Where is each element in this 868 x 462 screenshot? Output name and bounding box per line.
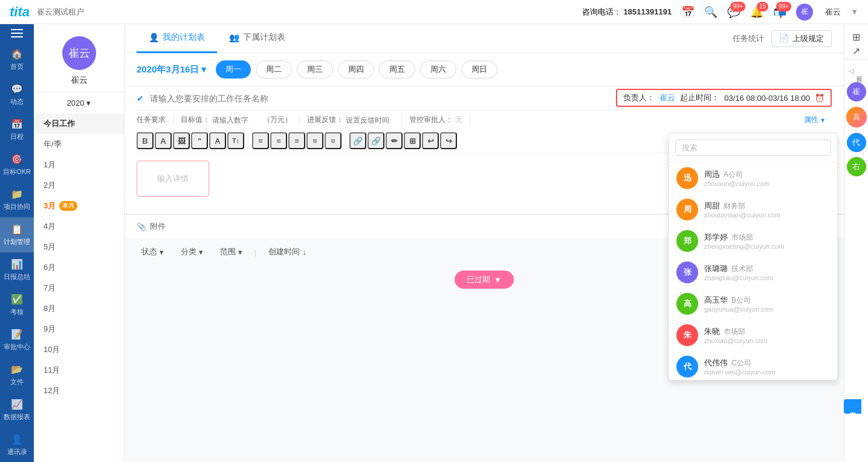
week-day-thu[interactable]: 周四 xyxy=(338,60,374,79)
people-item-4[interactable]: 高 高玉华 B公司 gaoyuhua@cuiyun.com xyxy=(669,288,837,319)
toolbar-table[interactable]: ⊞ xyxy=(404,132,421,149)
people-item-1[interactable]: 周 周甜 财务部 zhoutiantian@cuiyun.com xyxy=(669,194,837,225)
sidebar-label-schedule: 日程 xyxy=(10,132,24,141)
home-icon: 🏠 xyxy=(11,48,23,60)
toolbar-font[interactable]: A xyxy=(209,132,226,149)
message-icon[interactable]: 💬 99+ xyxy=(727,5,740,19)
month-item-8[interactable]: 8月 xyxy=(34,298,124,319)
sidebar-item-project[interactable]: 📁 项目协同 xyxy=(0,182,34,217)
editor-placeholder[interactable]: 输入详情 xyxy=(137,161,209,197)
month-item-10[interactable]: 10月 xyxy=(34,339,124,360)
filter-range[interactable]: 范围 ▾ xyxy=(215,244,247,260)
online-service[interactable]: 在线客服 xyxy=(844,399,868,414)
month-item-11[interactable]: 11月 xyxy=(34,360,124,380)
toolbar-align-right[interactable]: ≡ xyxy=(325,132,342,149)
grid-view-icon[interactable]: ⊞ xyxy=(852,31,860,43)
week-day-sat[interactable]: 周六 xyxy=(420,60,456,79)
filter-create-time[interactable]: 创建时间 ↓ xyxy=(264,244,311,260)
toolbar-link[interactable]: 🔗 xyxy=(349,132,366,149)
share-icon[interactable]: ↗ xyxy=(852,45,860,57)
toolbar-align-left[interactable]: ≡ xyxy=(288,132,305,149)
month-item-6[interactable]: 6月 xyxy=(34,257,124,278)
tab-my-plan[interactable]: 👤 我的计划表 xyxy=(137,24,217,53)
user-avatar-top[interactable]: 崔 xyxy=(796,4,813,21)
user-dropdown-icon[interactable]: ▼ xyxy=(850,7,858,16)
toolbar-color[interactable]: A xyxy=(155,132,172,149)
calendar-icon[interactable]: 📅 xyxy=(681,5,695,19)
toolbar-unlink[interactable]: 🔗 xyxy=(368,132,384,149)
people-item-0[interactable]: 迅 周迅 A公司 zhouxun@cuiyun.com xyxy=(669,162,837,194)
user-avatar-large[interactable]: 崔云 xyxy=(62,36,96,70)
people-item-6[interactable]: 代 代伟伟 C公司 daiwei wei@cuiyun.com xyxy=(669,351,837,380)
sidebar-item-schedule[interactable]: 📅 日程 xyxy=(0,112,34,147)
task-attribute[interactable]: 属性 ▾ xyxy=(797,115,832,125)
toolbar-image[interactable]: 🖼 xyxy=(173,132,190,149)
sidebar-item-review[interactable]: ✅ 考核 xyxy=(0,287,34,322)
right-avatar-0[interactable]: 崔 xyxy=(847,82,866,101)
top-bar-right: 咨询电话： 18511391191 📅 🔍 💬 99+ 🔔 15 📬 99+ xyxy=(582,4,858,21)
month-item-4[interactable]: 4月 xyxy=(34,216,124,237)
toolbar-redo[interactable]: ↪ xyxy=(440,132,457,149)
toolbar-list-ul[interactable]: ≡ xyxy=(252,132,269,149)
sidebar-item-data[interactable]: 📈 数据报表 xyxy=(0,393,34,428)
year-selector[interactable]: 2020 ▾ xyxy=(34,92,124,114)
month-item-7[interactable]: 7月 xyxy=(34,278,124,298)
date-display[interactable]: 2020年3月16日 ▾ xyxy=(137,64,206,75)
month-item-1[interactable]: 1月 xyxy=(34,155,124,175)
sidebar-item-okr[interactable]: 🎯 目标OKR xyxy=(0,147,34,182)
notification-icon[interactable]: 🔔 15 xyxy=(750,5,763,19)
sidebar-item-approval[interactable]: 📝 审批中心 xyxy=(0,322,34,358)
right-avatar-img-1[interactable]: 高 xyxy=(846,106,867,128)
toolbar-list-ol[interactable]: ≡ xyxy=(270,132,287,149)
expand-button[interactable]: ◁ 展开 xyxy=(846,65,866,77)
month-item-5[interactable]: 5月 xyxy=(34,237,124,257)
month-item-12[interactable]: 12月 xyxy=(34,380,124,401)
week-day-mon[interactable]: 周一 xyxy=(216,60,251,79)
toolbar-quote[interactable]: " xyxy=(191,132,208,149)
tab-sub-plan[interactable]: 👥 下属计划表 xyxy=(217,24,297,53)
week-day-sun[interactable]: 周日 xyxy=(461,60,497,79)
sidebar-menu-toggle[interactable] xyxy=(6,29,28,37)
overdue-button[interactable]: 已过期 ▼ xyxy=(455,271,514,289)
month-item-year-quarter[interactable]: 年/季 xyxy=(34,134,124,155)
task-icon[interactable]: 📬 99+ xyxy=(773,5,786,19)
month-item-3[interactable]: 3月 本月 xyxy=(34,196,124,216)
sidebar-item-dynamic[interactable]: 💬 动态 xyxy=(0,77,34,112)
right-avatar-2[interactable]: 代 xyxy=(847,133,866,152)
toolbar-align-center[interactable]: ≡ xyxy=(306,132,323,149)
toolbar-bold[interactable]: B xyxy=(137,132,154,149)
filter-status[interactable]: 状态 ▾ xyxy=(137,244,169,260)
month-item-9[interactable]: 9月 xyxy=(34,319,124,339)
sidebar-item-files[interactable]: 📂 文件 xyxy=(0,358,34,393)
search-icon[interactable]: 🔍 xyxy=(704,5,717,19)
people-search-input[interactable] xyxy=(675,140,831,156)
plan-icon: 📋 xyxy=(11,223,23,235)
week-day-fri[interactable]: 周五 xyxy=(379,60,415,79)
month-item-2[interactable]: 2月 xyxy=(34,175,124,196)
sidebar-item-contacts[interactable]: 👤 通讯录 xyxy=(0,428,34,462)
toolbar-undo[interactable]: ↩ xyxy=(422,132,439,149)
people-item-5[interactable]: 朱 朱晓 市场部 zhuxiao@cuiyun.com xyxy=(669,319,837,351)
toolbar-fontsize[interactable]: T↕ xyxy=(227,132,244,149)
task-stats-button[interactable]: 任务统计 xyxy=(733,33,764,44)
toolbar-edit[interactable]: ✏ xyxy=(386,132,403,149)
user-name-top[interactable]: 崔云 xyxy=(825,7,841,18)
people-item-3[interactable]: 张 张璐璐 技术部 zhanglulu@cuiyun.com xyxy=(669,257,837,288)
sidebar-item-plan[interactable]: 📋 计划管理 xyxy=(0,217,34,252)
week-day-wed[interactable]: 周三 xyxy=(297,60,333,79)
responsible-box: 负责人： 崔云 起止时间： 03/16 08:00-03/16 18:00 ⏰ xyxy=(616,89,832,107)
week-day-tue[interactable]: 周二 xyxy=(256,60,292,79)
sidebar-item-report[interactable]: 📊 日报总结 xyxy=(0,252,34,287)
people-item-2[interactable]: 郑 郑学婷 市场部 zhengxueting@cuiyun.com xyxy=(669,225,837,257)
filter-category[interactable]: 分类 ▾ xyxy=(176,244,208,260)
time-edit-icon[interactable]: ⏰ xyxy=(815,94,824,103)
sidebar-item-home[interactable]: 🏠 首页 xyxy=(0,42,34,77)
feedback-input[interactable] xyxy=(346,116,394,124)
responsible-value[interactable]: 崔云 xyxy=(659,92,675,103)
online-service-button[interactable]: 在线客服 xyxy=(844,399,861,414)
target-input[interactable] xyxy=(212,116,261,124)
superior-rule-button[interactable]: 📄 上级规定 xyxy=(771,30,832,47)
date-dropdown-icon: ▾ xyxy=(201,64,206,75)
people-info-2: 郑学婷 市场部 zhengxueting@cuiyun.com xyxy=(704,232,784,250)
right-avatar-3[interactable]: 右 xyxy=(847,157,866,176)
